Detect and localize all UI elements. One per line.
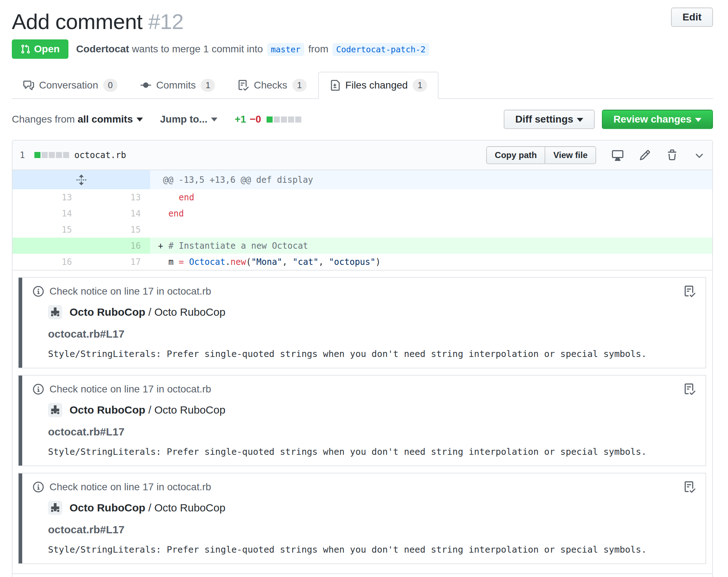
tab-label: Conversation — [39, 80, 98, 91]
pr-meta-row: Open Codertocat wants to merge 1 commit … — [12, 39, 713, 59]
diff-tail-section: 17 18 m.display — [13, 573, 712, 577]
code-line[interactable]: end — [150, 189, 712, 205]
old-line-number[interactable]: 15 — [13, 221, 81, 238]
check-notice-title: Check notice on line 17 in octocat.rb — [49, 481, 211, 493]
git-pull-request-icon — [20, 44, 30, 54]
code-line[interactable]: + # Instantiate a new Octocat — [150, 238, 712, 254]
rubocop-app-icon — [50, 502, 61, 513]
check-notice-body: Octo RuboCop / Octo RuboCop octocat.rb#L… — [48, 305, 695, 359]
pr-number: #12 — [148, 10, 184, 34]
checklist-icon — [684, 286, 695, 297]
code-line[interactable]: end — [150, 205, 712, 221]
file-button-group: Copy path View file — [486, 146, 596, 164]
jump-to-dropdown[interactable]: Jump to... — [160, 114, 217, 125]
diff-toolbar: Changes from all commits Jump to... +1 −… — [12, 110, 713, 129]
git-commit-icon — [140, 80, 151, 91]
check-notice-header: Check notice on line 17 in octocat.rb — [33, 383, 695, 395]
hunk-header-text: @@ -13,5 +13,6 @@ def display — [150, 170, 712, 189]
diff-settings-button[interactable]: Diff settings — [504, 110, 595, 129]
check-app-row: Octo RuboCop / Octo RuboCop — [48, 305, 695, 319]
from-word: from — [308, 43, 329, 54]
file-changed-count: 1 — [20, 150, 25, 160]
jump-to-label: Jump to... — [160, 114, 207, 125]
tab-label: Commits — [156, 80, 196, 91]
check-app-row: Octo RuboCop / Octo RuboCop — [48, 501, 695, 515]
caret-down-icon — [695, 118, 701, 122]
file-diff-container: 1 octocat.rb Copy path View file — [12, 140, 713, 577]
edit-button[interactable]: Edit — [671, 8, 713, 27]
new-line-number[interactable]: 14 — [81, 205, 150, 221]
copy-path-button[interactable]: Copy path — [486, 146, 545, 164]
file-name[interactable]: octocat.rb — [74, 150, 126, 160]
check-app-name[interactable]: Octo RuboCop / Octo RuboCop — [70, 306, 225, 318]
pr-tabs: Conversation 0 Commits 1 Checks 1 Files … — [12, 72, 713, 99]
base-branch-label[interactable]: master — [267, 43, 304, 56]
new-line-number[interactable]: 18 — [81, 574, 150, 577]
new-line-number[interactable]: 15 — [81, 221, 150, 238]
diff-row: 17 18 m.display — [13, 574, 712, 577]
diff-toolbar-actions: Diff settings Review changes — [504, 110, 713, 129]
additions-count: +1 — [235, 114, 246, 125]
status-badge: Open — [12, 39, 68, 59]
caret-down-icon — [136, 118, 143, 121]
tab-counter: 1 — [201, 79, 215, 92]
old-line-number[interactable]: 14 — [13, 205, 81, 221]
edit-file-button[interactable] — [639, 149, 651, 161]
old-line-number[interactable]: 13 — [13, 189, 81, 205]
collapse-file-button[interactable] — [694, 149, 705, 161]
view-file-button[interactable]: View file — [545, 146, 596, 164]
view-check-button[interactable] — [684, 286, 695, 297]
changes-from-dropdown[interactable]: Changes from all commits — [12, 114, 143, 125]
check-notice-message: Style/StringLiterals: Prefer single-quot… — [48, 544, 695, 555]
caret-down-icon — [577, 118, 583, 122]
diff-row: 16 17 m = Octocat.new("Mona", "cat", "oc… — [13, 254, 712, 270]
diffstat-blocks — [265, 116, 301, 123]
view-check-button[interactable] — [684, 383, 695, 395]
chevron-down-icon — [694, 149, 705, 161]
new-line-number[interactable]: 17 — [81, 254, 150, 270]
review-changes-button[interactable]: Review changes — [602, 110, 713, 129]
pr-author[interactable]: Codertocat — [76, 43, 129, 54]
file-diffstat-blocks — [33, 152, 69, 158]
check-app-name[interactable]: Octo RuboCop / Octo RuboCop — [70, 502, 225, 514]
check-notice-location: octocat.rb#L17 — [48, 524, 695, 536]
check-notice-box: Check notice on line 17 in octocat.rb Oc… — [18, 375, 706, 466]
monitor-icon — [612, 149, 623, 161]
code-line[interactable]: m.display — [150, 574, 712, 577]
code-line[interactable] — [150, 221, 712, 238]
check-notice-title: Check notice on line 17 in octocat.rb — [49, 383, 211, 395]
tab-conversation[interactable]: Conversation 0 — [12, 72, 129, 99]
old-line-number[interactable]: 17 — [13, 574, 81, 577]
rubocop-app-icon — [50, 307, 61, 318]
rubocop-app-icon — [50, 405, 61, 415]
checklist-icon — [684, 481, 695, 493]
new-line-number[interactable]: 13 — [81, 189, 150, 205]
check-app-name[interactable]: Octo RuboCop / Octo RuboCop — [70, 404, 225, 416]
file-actions: Copy path View file — [486, 146, 705, 164]
avatar — [48, 403, 62, 417]
status-badge-label: Open — [34, 43, 60, 55]
avatar — [48, 501, 62, 515]
tab-commits[interactable]: Commits 1 — [129, 72, 226, 99]
info-icon — [33, 384, 44, 395]
checklist-icon — [238, 80, 249, 91]
rich-diff-button[interactable] — [612, 149, 623, 161]
delete-file-button[interactable] — [666, 149, 678, 161]
check-notice-message: Style/StringLiterals: Prefer single-quot… — [48, 447, 695, 457]
code-line[interactable]: m = Octocat.new("Mona", "cat", "octopus"… — [150, 254, 712, 270]
unfold-icon — [76, 174, 87, 186]
old-line-number[interactable]: 16 — [13, 254, 81, 270]
tab-files-changed[interactable]: Files changed 1 — [318, 72, 439, 99]
caret-down-icon — [211, 118, 217, 121]
diff-row: 14 14 end — [13, 205, 712, 221]
old-line-number[interactable] — [13, 238, 81, 254]
tab-counter: 0 — [103, 79, 118, 92]
head-branch-label[interactable]: Codertocat-patch-2 — [332, 43, 429, 56]
avatar — [48, 305, 62, 319]
tab-checks[interactable]: Checks 1 — [226, 72, 318, 99]
new-line-number[interactable]: 16 — [81, 238, 150, 254]
changes-from-value: all commits — [78, 114, 133, 125]
check-notice-location: octocat.rb#L17 — [48, 426, 695, 438]
view-check-button[interactable] — [684, 481, 695, 493]
expand-hunk-button[interactable] — [13, 170, 150, 189]
